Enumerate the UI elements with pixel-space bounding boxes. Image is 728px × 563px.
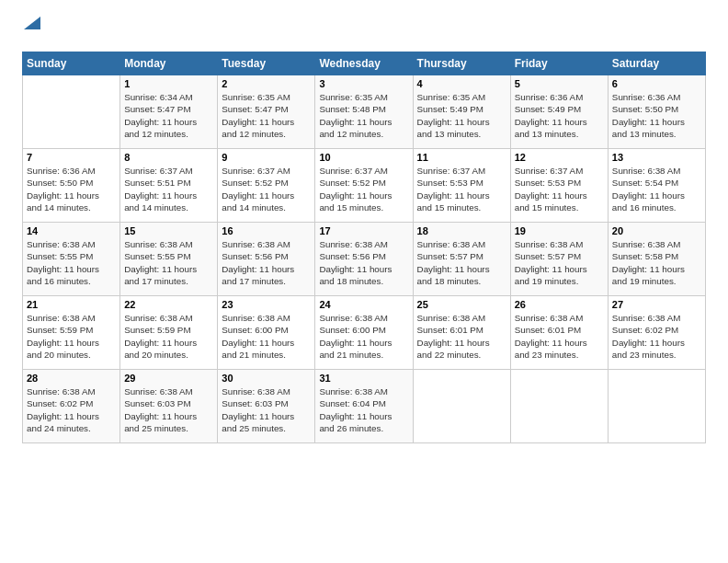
day-cell: 6Sunrise: 6:36 AMSunset: 5:50 PMDaylight… xyxy=(608,75,705,149)
day-cell: 7Sunrise: 6:36 AMSunset: 5:50 PMDaylight… xyxy=(23,149,120,223)
day-number: 11 xyxy=(417,152,506,163)
day-info: Sunrise: 6:38 AMSunset: 5:57 PMDaylight:… xyxy=(515,238,604,287)
day-number: 12 xyxy=(515,152,604,163)
day-info: Sunrise: 6:38 AMSunset: 5:56 PMDaylight:… xyxy=(319,238,408,287)
weekday-header-monday: Monday xyxy=(120,52,218,75)
day-cell: 31Sunrise: 6:38 AMSunset: 6:04 PMDayligh… xyxy=(315,370,413,443)
day-cell: 16Sunrise: 6:38 AMSunset: 5:56 PMDayligh… xyxy=(218,223,315,296)
weekday-header-wednesday: Wednesday xyxy=(315,52,413,75)
day-cell: 17Sunrise: 6:38 AMSunset: 5:56 PMDayligh… xyxy=(315,223,413,296)
day-cell: 13Sunrise: 6:38 AMSunset: 5:54 PMDayligh… xyxy=(608,149,705,223)
day-number: 20 xyxy=(612,225,701,236)
day-info: Sunrise: 6:38 AMSunset: 6:02 PMDaylight:… xyxy=(612,312,701,361)
day-info: Sunrise: 6:38 AMSunset: 6:01 PMDaylight:… xyxy=(515,312,604,361)
day-cell: 11Sunrise: 6:37 AMSunset: 5:53 PMDayligh… xyxy=(413,149,510,223)
day-number: 13 xyxy=(612,152,701,163)
day-info: Sunrise: 6:38 AMSunset: 5:59 PMDaylight:… xyxy=(124,312,213,361)
weekday-header-row: SundayMondayTuesdayWednesdayThursdayFrid… xyxy=(23,52,706,75)
day-number: 14 xyxy=(27,225,116,236)
day-cell: 4Sunrise: 6:35 AMSunset: 5:49 PMDaylight… xyxy=(413,75,510,149)
day-number: 30 xyxy=(222,373,311,384)
day-number: 29 xyxy=(124,373,213,384)
day-info: Sunrise: 6:38 AMSunset: 6:00 PMDaylight:… xyxy=(319,312,408,361)
day-cell: 25Sunrise: 6:38 AMSunset: 6:01 PMDayligh… xyxy=(413,296,510,370)
day-info: Sunrise: 6:36 AMSunset: 5:49 PMDaylight:… xyxy=(515,91,604,140)
day-number: 21 xyxy=(27,299,116,310)
day-number: 1 xyxy=(124,78,213,89)
day-cell: 8Sunrise: 6:37 AMSunset: 5:51 PMDaylight… xyxy=(120,149,218,223)
day-cell: 18Sunrise: 6:38 AMSunset: 5:57 PMDayligh… xyxy=(413,223,510,296)
day-cell: 20Sunrise: 6:38 AMSunset: 5:58 PMDayligh… xyxy=(608,223,705,296)
weekday-header-thursday: Thursday xyxy=(413,52,510,75)
calendar-page: SundayMondayTuesdayWednesdayThursdayFrid… xyxy=(0,0,728,458)
day-info: Sunrise: 6:38 AMSunset: 5:54 PMDaylight:… xyxy=(612,165,701,213)
day-cell: 3Sunrise: 6:35 AMSunset: 5:48 PMDaylight… xyxy=(315,75,413,149)
day-cell: 29Sunrise: 6:38 AMSunset: 6:03 PMDayligh… xyxy=(120,370,218,443)
day-info: Sunrise: 6:37 AMSunset: 5:53 PMDaylight:… xyxy=(417,165,506,213)
day-info: Sunrise: 6:35 AMSunset: 5:48 PMDaylight:… xyxy=(319,91,408,140)
svg-marker-0 xyxy=(24,17,40,29)
day-number: 23 xyxy=(222,299,311,310)
day-cell: 14Sunrise: 6:38 AMSunset: 5:55 PMDayligh… xyxy=(23,223,120,296)
day-cell: 30Sunrise: 6:38 AMSunset: 6:03 PMDayligh… xyxy=(218,370,315,443)
day-cell: 2Sunrise: 6:35 AMSunset: 5:47 PMDaylight… xyxy=(218,75,315,149)
week-row-2: 7Sunrise: 6:36 AMSunset: 5:50 PMDaylight… xyxy=(23,149,706,223)
day-info: Sunrise: 6:38 AMSunset: 6:03 PMDaylight:… xyxy=(124,385,213,434)
day-info: Sunrise: 6:38 AMSunset: 5:57 PMDaylight:… xyxy=(417,238,506,287)
day-cell: 27Sunrise: 6:38 AMSunset: 6:02 PMDayligh… xyxy=(608,296,705,370)
day-number: 3 xyxy=(319,78,408,89)
day-info: Sunrise: 6:38 AMSunset: 6:03 PMDaylight:… xyxy=(222,385,311,434)
calendar-table: SundayMondayTuesdayWednesdayThursdayFrid… xyxy=(22,52,706,443)
day-cell xyxy=(510,370,608,443)
day-info: Sunrise: 6:37 AMSunset: 5:52 PMDaylight:… xyxy=(319,165,408,213)
week-row-3: 14Sunrise: 6:38 AMSunset: 5:55 PMDayligh… xyxy=(23,223,706,296)
day-info: Sunrise: 6:38 AMSunset: 5:58 PMDaylight:… xyxy=(612,238,701,287)
header xyxy=(22,18,706,40)
day-number: 28 xyxy=(27,373,116,384)
day-number: 18 xyxy=(417,225,506,236)
day-cell: 21Sunrise: 6:38 AMSunset: 5:59 PMDayligh… xyxy=(23,296,120,370)
weekday-header-sunday: Sunday xyxy=(23,52,120,75)
day-cell: 12Sunrise: 6:37 AMSunset: 5:53 PMDayligh… xyxy=(510,149,608,223)
day-number: 5 xyxy=(515,78,604,89)
day-number: 15 xyxy=(124,225,213,236)
day-number: 17 xyxy=(319,225,408,236)
day-number: 27 xyxy=(612,299,701,310)
day-info: Sunrise: 6:38 AMSunset: 6:02 PMDaylight:… xyxy=(27,385,116,434)
day-info: Sunrise: 6:37 AMSunset: 5:51 PMDaylight:… xyxy=(124,165,213,213)
day-info: Sunrise: 6:35 AMSunset: 5:47 PMDaylight:… xyxy=(222,91,311,140)
day-cell: 15Sunrise: 6:38 AMSunset: 5:55 PMDayligh… xyxy=(120,223,218,296)
weekday-header-saturday: Saturday xyxy=(608,52,705,75)
day-info: Sunrise: 6:38 AMSunset: 6:04 PMDaylight:… xyxy=(319,385,408,434)
day-cell: 19Sunrise: 6:38 AMSunset: 5:57 PMDayligh… xyxy=(510,223,608,296)
day-info: Sunrise: 6:37 AMSunset: 5:52 PMDaylight:… xyxy=(222,165,311,213)
day-info: Sunrise: 6:37 AMSunset: 5:53 PMDaylight:… xyxy=(515,165,604,213)
week-row-5: 28Sunrise: 6:38 AMSunset: 6:02 PMDayligh… xyxy=(23,370,706,443)
day-number: 22 xyxy=(124,299,213,310)
day-info: Sunrise: 6:36 AMSunset: 5:50 PMDaylight:… xyxy=(612,91,701,140)
day-number: 26 xyxy=(515,299,604,310)
week-row-4: 21Sunrise: 6:38 AMSunset: 5:59 PMDayligh… xyxy=(23,296,706,370)
day-cell: 26Sunrise: 6:38 AMSunset: 6:01 PMDayligh… xyxy=(510,296,608,370)
day-info: Sunrise: 6:38 AMSunset: 5:55 PMDaylight:… xyxy=(124,238,213,287)
day-number: 7 xyxy=(27,152,116,163)
day-info: Sunrise: 6:38 AMSunset: 6:00 PMDaylight:… xyxy=(222,312,311,361)
day-cell: 24Sunrise: 6:38 AMSunset: 6:00 PMDayligh… xyxy=(315,296,413,370)
day-number: 24 xyxy=(319,299,408,310)
day-info: Sunrise: 6:38 AMSunset: 6:01 PMDaylight:… xyxy=(417,312,506,361)
day-number: 10 xyxy=(319,152,408,163)
day-number: 6 xyxy=(612,78,701,89)
day-number: 25 xyxy=(417,299,506,310)
day-cell xyxy=(23,75,120,149)
day-info: Sunrise: 6:36 AMSunset: 5:50 PMDaylight:… xyxy=(27,165,116,213)
day-cell: 9Sunrise: 6:37 AMSunset: 5:52 PMDaylight… xyxy=(218,149,315,223)
day-cell: 23Sunrise: 6:38 AMSunset: 6:00 PMDayligh… xyxy=(218,296,315,370)
day-cell: 28Sunrise: 6:38 AMSunset: 6:02 PMDayligh… xyxy=(23,370,120,443)
day-cell: 5Sunrise: 6:36 AMSunset: 5:49 PMDaylight… xyxy=(510,75,608,149)
logo-icon xyxy=(24,17,40,33)
weekday-header-tuesday: Tuesday xyxy=(218,52,315,75)
day-cell: 10Sunrise: 6:37 AMSunset: 5:52 PMDayligh… xyxy=(315,149,413,223)
day-cell xyxy=(608,370,705,443)
day-number: 19 xyxy=(515,225,604,236)
day-number: 4 xyxy=(417,78,506,89)
